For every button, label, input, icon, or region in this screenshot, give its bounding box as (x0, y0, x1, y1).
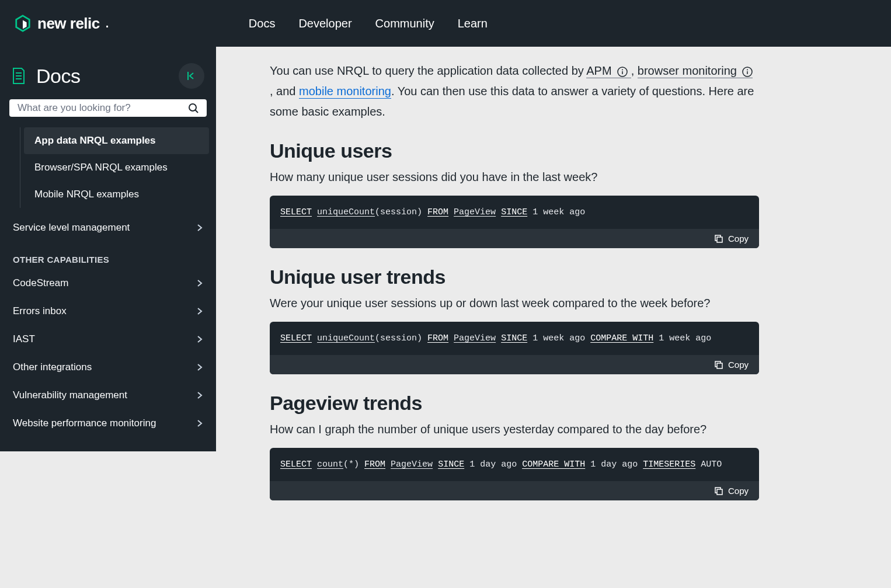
sidebar-item-label: Vulnerability management (13, 389, 127, 401)
copy-label: Copy (728, 486, 749, 496)
chevron-right-icon (196, 364, 203, 371)
chevron-right-icon (196, 308, 203, 315)
copy-label: Copy (728, 360, 749, 370)
sidebar-item-app-data-nrql[interactable]: App data NRQL examples (24, 127, 209, 154)
nav-developer[interactable]: Developer (298, 17, 351, 30)
code-content: SELECT count(*) FROM PageView SINCE 1 da… (270, 448, 759, 481)
collapse-left-icon (186, 71, 197, 81)
svg-rect-15 (717, 363, 722, 368)
code-block: SELECT count(*) FROM PageView SINCE 1 da… (270, 448, 759, 500)
sidebar-item-label: CodeStream (13, 277, 68, 289)
svg-point-10 (747, 69, 748, 70)
intro-text: You can use NRQL to query the applicatio… (270, 64, 586, 77)
sidebar-header: Docs (7, 57, 209, 99)
intro-paragraph: You can use NRQL to query the applicatio… (270, 61, 759, 122)
main-content: You can use NRQL to query the applicatio… (216, 47, 891, 588)
sidebar-title: Docs (36, 65, 80, 88)
info-icon (617, 67, 628, 77)
link-apm[interactable]: APM (586, 64, 631, 78)
svg-line-5 (196, 110, 199, 113)
svg-point-4 (189, 104, 196, 111)
copy-icon (714, 234, 723, 243)
sidebar-item-mobile-nrql[interactable]: Mobile NRQL examples (24, 181, 209, 208)
chevron-right-icon (196, 392, 203, 399)
sidebar: Docs App data NRQL examples Browser/SPA … (0, 47, 216, 451)
svg-rect-17 (717, 489, 722, 495)
sidebar-section-label: OTHER CAPABILITIES (7, 242, 209, 269)
sidebar-item-label: Website performance monitoring (13, 417, 156, 429)
link-browser-monitoring[interactable]: browser monitoring (638, 64, 753, 78)
info-icon (742, 67, 753, 77)
nav-community[interactable]: Community (375, 17, 434, 30)
chevron-right-icon (196, 224, 203, 231)
section-description: How can I graph the number of unique use… (270, 423, 759, 436)
sidebar-item-website-perf[interactable]: Website performance monitoring (7, 409, 209, 437)
section-heading: Unique users (270, 140, 759, 162)
chevron-right-icon (196, 280, 203, 287)
copy-icon (714, 360, 723, 370)
sidebar-item-vulnerability[interactable]: Vulnerability management (7, 381, 209, 409)
copy-button[interactable]: Copy (270, 229, 759, 248)
section-description: Were your unique user sessions up or dow… (270, 297, 759, 310)
sidebar-item-label: Other integrations (13, 361, 92, 373)
sidebar-item-label: IAST (13, 333, 35, 345)
code-content: SELECT uniqueCount(session) FROM PageVie… (270, 322, 759, 355)
section-heading: Pageview trends (270, 392, 759, 415)
sidebar-item-iast[interactable]: IAST (7, 325, 209, 353)
search-input[interactable] (18, 102, 188, 114)
code-content: SELECT uniqueCount(session) FROM PageVie… (270, 196, 759, 229)
nav-docs[interactable]: Docs (249, 17, 276, 30)
code-block: SELECT uniqueCount(session) FROM PageVie… (270, 196, 759, 248)
sidebar-item-label: Errors inbox (13, 305, 67, 317)
section-heading: Unique user trends (270, 266, 759, 288)
top-nav: Docs Developer Community Learn (249, 17, 488, 30)
document-icon (12, 68, 26, 84)
section-description: How many unique user sessions did you ha… (270, 171, 759, 184)
svg-rect-13 (717, 237, 722, 242)
sidebar-item-browser-spa-nrql[interactable]: Browser/SPA NRQL examples (24, 154, 209, 181)
copy-label: Copy (728, 234, 749, 243)
sidebar-item-label: Service level management (13, 222, 130, 234)
sidebar-item-other-integrations[interactable]: Other integrations (7, 353, 209, 381)
sidebar-item-service-level[interactable]: Service level management (7, 214, 209, 242)
sidebar-item-codestream[interactable]: CodeStream (7, 269, 209, 297)
newrelic-logo-icon (14, 15, 32, 32)
brand-text: new relic (37, 15, 100, 33)
svg-point-7 (622, 69, 623, 70)
copy-button[interactable]: Copy (270, 355, 759, 374)
link-mobile-monitoring[interactable]: mobile monitoring (299, 85, 391, 99)
brand-logo-wrap[interactable]: new relic. (14, 15, 109, 33)
chevron-right-icon (196, 420, 203, 427)
chevron-right-icon (196, 336, 203, 343)
code-block: SELECT uniqueCount(session) FROM PageVie… (270, 322, 759, 374)
top-header: new relic. Docs Developer Community Lear… (0, 0, 891, 47)
search-icon (188, 103, 199, 113)
sidebar-sublist: App data NRQL examples Browser/SPA NRQL … (20, 127, 209, 208)
sidebar-item-errors-inbox[interactable]: Errors inbox (7, 297, 209, 325)
nav-learn[interactable]: Learn (458, 17, 488, 30)
copy-icon (714, 486, 723, 496)
copy-button[interactable]: Copy (270, 481, 759, 500)
collapse-sidebar-button[interactable] (179, 63, 204, 89)
search-box[interactable] (9, 99, 207, 117)
